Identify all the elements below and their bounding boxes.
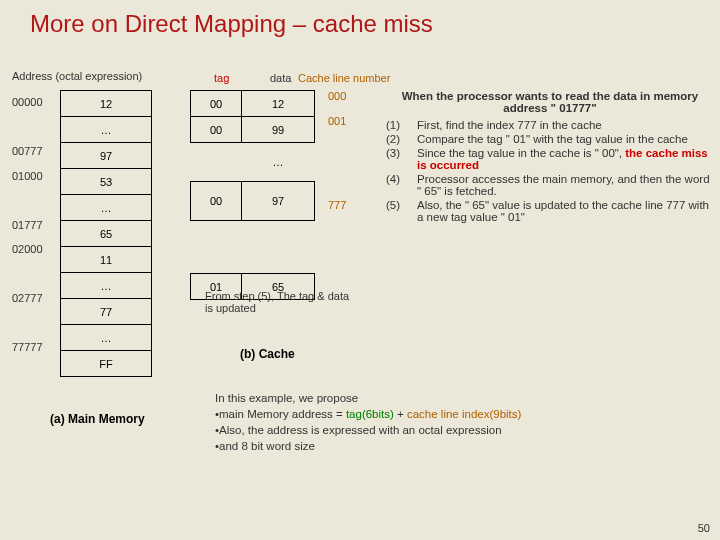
explanation-box: When the processor wants to read the dat… (385, 90, 715, 224)
mem-cell: FF (61, 351, 152, 377)
mem-cell: 77 (61, 299, 152, 325)
slide-title: More on Direct Mapping – cache miss (0, 0, 720, 48)
explanation-heading: When the processor wants to read the dat… (385, 90, 715, 114)
address-label: Address (octal expression) (12, 70, 142, 82)
cache-data: 97 (242, 182, 315, 221)
cache-caption: (b) Cache (240, 347, 295, 361)
example-line: In this example, we propose (215, 390, 715, 406)
step-num: (2) (385, 132, 416, 146)
step-num: (3) (385, 146, 416, 172)
step-text: Processor accesses the main memory, and … (416, 172, 715, 198)
step-num: (4) (385, 172, 416, 198)
cache-line-num: 000 (328, 90, 346, 115)
mem-cell: 11 (61, 247, 152, 273)
cache-data: 99 (242, 117, 315, 143)
example-line: •and 8 bit word size (215, 438, 715, 454)
main-memory-caption: (a) Main Memory (50, 412, 145, 426)
example-line: •main Memory address = tag(6bits) + cach… (215, 406, 715, 422)
mem-cell: 65 (61, 221, 152, 247)
mem-addr: 01000 (12, 164, 43, 189)
cache-line-num: 777 (328, 187, 346, 235)
data-column-label: data (270, 72, 291, 84)
mem-addr (12, 262, 43, 287)
mem-addr: 02000 (12, 237, 43, 262)
cache-tag: 00 (191, 117, 242, 143)
step-text: First, find the index 777 in the cache (416, 118, 715, 132)
mem-cell: … (61, 325, 152, 351)
mem-addr (12, 311, 43, 336)
cache-table: 0012 0099 … 0097 0165 (190, 90, 315, 300)
mem-cell: 97 (61, 143, 152, 169)
step-num: (1) (385, 118, 416, 132)
mem-cell: … (61, 117, 152, 143)
example-line: •Also, the address is expressed with an … (215, 422, 715, 438)
step-num: (5) (385, 198, 416, 224)
step-text: Compare the tag " 01" with the tag value… (416, 132, 715, 146)
cache-ellipsis (191, 143, 242, 182)
step5-annotation: From step (5), The tag & data is updated (205, 290, 355, 314)
mem-addr: 77777 (12, 335, 43, 360)
page-number: 50 (698, 522, 710, 534)
cache-tag: 00 (191, 182, 242, 221)
mem-cell: 12 (61, 91, 152, 117)
main-memory-table: 12 … 97 53 … 65 11 … 77 … FF (60, 90, 152, 377)
step-text: Since the tag value in the cache is " 00… (416, 146, 715, 172)
mem-addr: 02777 (12, 286, 43, 311)
mem-addr: 00000 (12, 90, 43, 115)
tag-column-label: tag (214, 72, 229, 84)
cache-data: 12 (242, 91, 315, 117)
cache-line-num: 001 (328, 115, 346, 140)
cache-line-num (328, 139, 346, 187)
step-text: Also, the " 65" value is updated to the … (416, 198, 715, 224)
cache-data: … (242, 143, 315, 182)
mem-cell: … (61, 195, 152, 221)
mem-addr (12, 115, 43, 140)
memory-addresses: 00000 00777 01000 01777 02000 02777 7777… (12, 90, 43, 360)
cache-tag: 00 (191, 91, 242, 117)
mem-cell: 53 (61, 169, 152, 195)
mem-addr (12, 188, 43, 213)
cache-index-bits: cache line index(9bits) (407, 408, 521, 420)
cache-line-number-label: Cache line number (298, 72, 390, 84)
cache-line-numbers: 000 001 777 (328, 90, 346, 235)
mem-addr: 01777 (12, 213, 43, 238)
mem-cell: … (61, 273, 152, 299)
mem-addr: 00777 (12, 139, 43, 164)
tag-bits: tag(6bits) (346, 408, 394, 420)
example-note: In this example, we propose •main Memory… (215, 390, 715, 454)
